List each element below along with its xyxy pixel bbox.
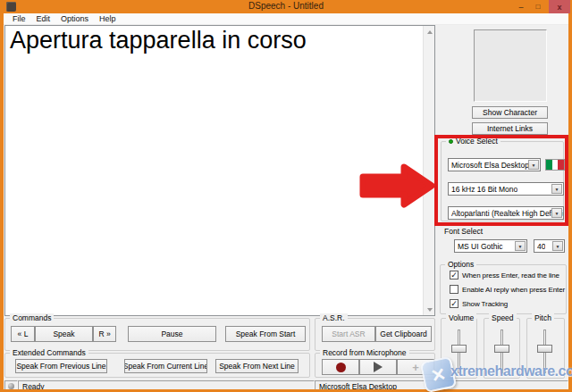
option-ai-reply[interactable]: Enable AI reply when press Enter (450, 285, 565, 294)
maximize-button[interactable]: □ (530, 0, 546, 13)
font-size-combo[interactable]: 40 ▼ (534, 239, 565, 253)
speed-label: Speed (489, 313, 517, 322)
status-bar: Ready Microsoft Elsa Desktop (4, 380, 568, 389)
red-arrow-icon (357, 163, 437, 209)
volume-label: Volume (446, 313, 476, 322)
window-border-right (568, 13, 572, 392)
record-button[interactable] (322, 359, 359, 375)
status-sphere-icon (8, 383, 14, 389)
options-label: Options (445, 260, 476, 269)
extended-commands-label: Extended Commands (10, 348, 88, 357)
window-title: DSpeech - Untitled (0, 1, 572, 11)
chevron-down-icon[interactable]: ▼ (552, 241, 563, 251)
volume-slider[interactable] (451, 345, 467, 353)
font-select-label: Font Select (444, 227, 483, 236)
pause-button[interactable]: Pause (128, 326, 216, 342)
pitch-slider[interactable] (537, 345, 552, 353)
menu-help[interactable]: Help (96, 14, 120, 23)
window-border-left (0, 13, 4, 392)
internet-links-button[interactable]: Internet Links (472, 122, 548, 135)
get-clipboard-button[interactable]: Get Clipboard (375, 326, 432, 342)
status-icon-cell (4, 380, 18, 389)
option-show-tracking[interactable]: ✓ Show Tracking (450, 299, 508, 308)
highlight-rectangle (434, 135, 568, 226)
titlebar: DSpeech - Untitled – □ x (0, 0, 572, 13)
checkbox-icon[interactable] (450, 285, 458, 294)
speak-next-line-button[interactable]: Speak From Next Line (215, 359, 299, 373)
pitch-label: Pitch (532, 313, 554, 322)
play-button[interactable] (359, 359, 397, 375)
status-ready: Ready (18, 380, 315, 389)
close-button[interactable]: x (549, 0, 570, 13)
watermark-text: xtremehardware.com (450, 363, 572, 379)
minimize-button[interactable]: – (513, 0, 529, 13)
scroll-down-icon[interactable] (424, 304, 435, 315)
checkbox-icon[interactable]: ✓ (450, 299, 458, 308)
font-combo[interactable]: MS UI Gothic ▼ (454, 239, 527, 253)
start-asr-button[interactable]: Start ASR (322, 326, 375, 342)
record-microphone-label: Record from Microphone (320, 348, 409, 357)
asr-label: A.S.R. (320, 313, 348, 322)
chevron-down-icon[interactable]: ▼ (515, 241, 526, 251)
play-icon (374, 362, 383, 372)
speak-from-start-button[interactable]: Speak From Start (225, 326, 306, 342)
speak-right-button[interactable]: R » (93, 326, 116, 342)
speak-previous-line-button[interactable]: Speak From Previous Line (15, 359, 107, 373)
speak-left-button[interactable]: « L (11, 326, 35, 342)
option-read-line[interactable]: ✓ When press Enter, read the line (450, 271, 559, 279)
dspeech-window: DSpeech - Untitled – □ x File Edit Optio… (0, 0, 572, 392)
character-display (474, 29, 547, 102)
scroll-up-icon[interactable] (424, 26, 435, 38)
speak-current-line-button[interactable]: Speak From Current Line (124, 359, 207, 373)
checkbox-icon[interactable]: ✓ (450, 271, 458, 279)
speak-button[interactable]: Speak (35, 326, 93, 342)
editor-text: Apertura tapparella in corso (10, 27, 307, 54)
commands-label: Commands (10, 313, 54, 322)
record-icon (336, 363, 346, 372)
show-character-button[interactable]: Show Character (472, 106, 548, 119)
menu-edit[interactable]: Edit (33, 14, 55, 23)
menu-options[interactable]: Options (57, 14, 92, 23)
menu-file[interactable]: File (9, 14, 29, 23)
plus-icon: + (412, 361, 419, 374)
speed-slider[interactable] (494, 345, 509, 353)
menu-bar: File Edit Options Help (4, 13, 568, 25)
